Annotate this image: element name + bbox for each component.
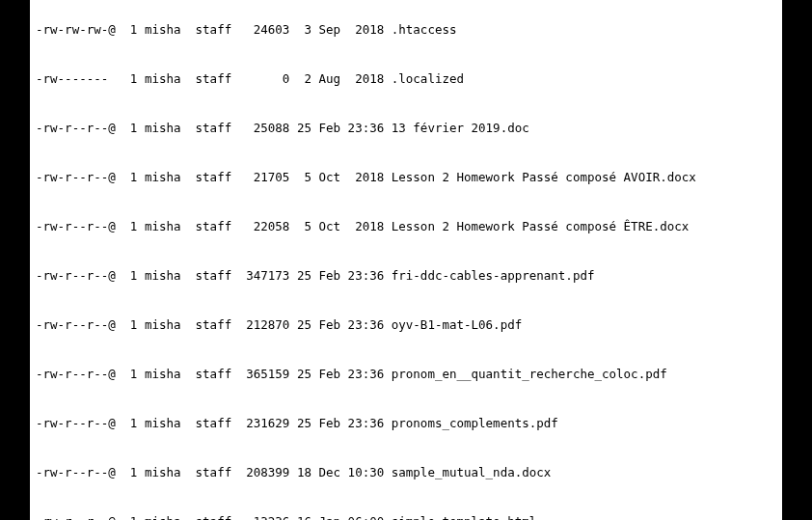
- listing-line: -rw-r--r--@ 1 misha staff 25088 25 Feb 2…: [36, 120, 776, 136]
- listing-line: -rw-r--r--@ 1 misha staff 21705 5 Oct 20…: [36, 169, 776, 185]
- listing-line: -rw-r--r--@ 1 misha staff 347173 25 Feb …: [36, 267, 776, 284]
- listing-line: -rw-rw-rw-@ 1 misha staff 24603 3 Sep 20…: [36, 21, 776, 38]
- terminal-output[interactable]: drwxr-xr-x@ 26 misha staff 832 4 May 15:…: [30, 0, 782, 520]
- terminal-window: Downloads — -bash — 90×19 drwxr-xr-x@ 26…: [30, 0, 782, 520]
- listing-line: -rw-r--r--@ 1 misha staff 13236 16 Jan 0…: [36, 513, 776, 521]
- listing-line: -rw-r--r--@ 1 misha staff 365159 25 Feb …: [36, 366, 776, 382]
- listing-line: -rw-r--r--@ 1 misha staff 208399 18 Dec …: [36, 464, 776, 480]
- listing-line: -rw------- 1 misha staff 0 2 Aug 2018 .l…: [36, 70, 776, 87]
- listing-line: -rw-r--r--@ 1 misha staff 212870 25 Feb …: [36, 316, 776, 333]
- listing-line: -rw-r--r--@ 1 misha staff 231629 25 Feb …: [36, 415, 776, 431]
- listing-line: -rw-r--r--@ 1 misha staff 22058 5 Oct 20…: [36, 218, 776, 234]
